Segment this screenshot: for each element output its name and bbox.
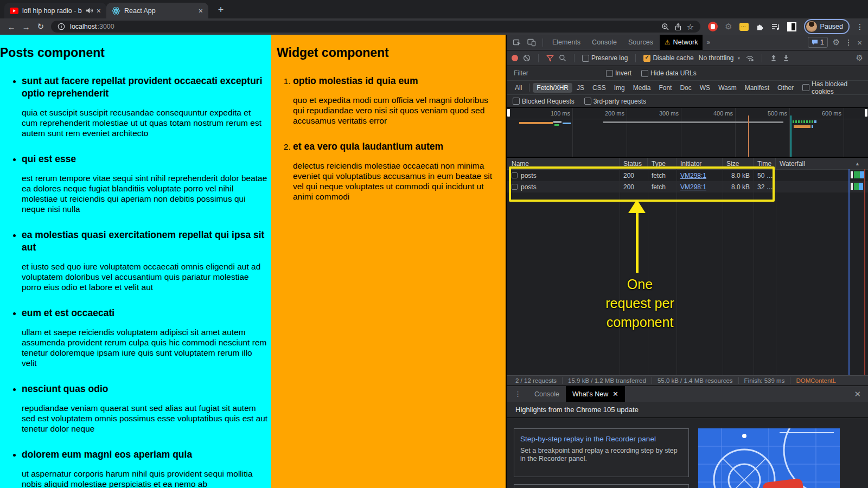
tab-sources[interactable]: Sources: [623, 35, 658, 50]
gray-extension-icon[interactable]: ⚙: [725, 22, 732, 31]
drawer-tab-whats-new[interactable]: What's New✕: [566, 386, 625, 402]
whats-new-content: Step-by-step replay in the Recorder pane…: [507, 418, 868, 488]
tab-audio-icon[interactable]: [86, 7, 93, 14]
new-tab-button[interactable]: +: [214, 3, 228, 17]
filter-input[interactable]: [513, 69, 596, 78]
browser-toolbar: ← → ↻ localhost:3000 ☆ ⚙ ⋯ Paused ⋮: [0, 18, 868, 35]
filter-type-doc[interactable]: Doc: [676, 83, 695, 93]
tab-console[interactable]: Console: [587, 35, 622, 50]
overview-left-handle[interactable]: [507, 109, 510, 117]
checkbox-unchecked[interactable]: [582, 55, 589, 62]
url-bar[interactable]: localhost:3000 ☆: [51, 21, 700, 33]
issues-badge[interactable]: 1: [808, 37, 828, 48]
adblock-extension-icon[interactable]: [708, 22, 718, 31]
checkbox-unchecked[interactable]: [606, 70, 613, 77]
settings-gear-icon[interactable]: ⚙: [833, 37, 840, 47]
devtools-close-icon[interactable]: ×: [857, 38, 862, 47]
overview-request-bar: [603, 121, 783, 123]
forward-button[interactable]: →: [19, 22, 34, 31]
filter-type-img[interactable]: Img: [610, 83, 629, 93]
load-event-line: [790, 115, 792, 157]
widget-body: delectus reiciendis molestiae occaecati …: [293, 160, 501, 202]
filter-type-fetch-xhr[interactable]: Fetch/XHR: [533, 83, 572, 93]
filter-type-manifest[interactable]: Manifest: [741, 83, 773, 93]
overview-request-bar: [519, 122, 553, 124]
network-settings-gear-icon[interactable]: ⚙: [856, 53, 863, 63]
profile-chip[interactable]: Paused: [804, 19, 850, 34]
tab-network[interactable]: ⚠Network: [660, 35, 703, 50]
timeline-tick: 300 ms: [643, 110, 679, 117]
record-icon[interactable]: [512, 55, 518, 61]
blocked-requests-checkbox[interactable]: Blocked Requests: [513, 98, 575, 105]
has-blocked-cookies-checkbox[interactable]: Has blocked cookies: [802, 80, 864, 95]
site-info-icon[interactable]: [58, 23, 65, 30]
close-icon[interactable]: ✕: [612, 390, 618, 398]
devtools-menu-icon[interactable]: ⋮: [845, 38, 852, 47]
filter-funnel-icon[interactable]: [546, 55, 554, 62]
zoom-icon[interactable]: [661, 23, 669, 31]
device-toolbar-icon[interactable]: [525, 36, 538, 48]
search-icon[interactable]: [559, 54, 566, 62]
invert-checkbox[interactable]: Invert: [606, 69, 631, 77]
browser-tab-react-app[interactable]: React App ×: [106, 3, 208, 18]
preserve-log-checkbox[interactable]: Preserve log: [582, 54, 628, 62]
contrast-extension-icon[interactable]: [787, 22, 796, 31]
clear-icon[interactable]: [523, 54, 531, 62]
playlist-extension-icon[interactable]: [771, 23, 780, 31]
inspect-element-icon[interactable]: [510, 36, 524, 48]
gridline: [627, 108, 627, 157]
col-waterfall[interactable]: Waterfall▲: [776, 158, 868, 169]
extensions-puzzle-icon[interactable]: [756, 22, 764, 31]
network-overview-timeline[interactable]: 100 ms 200 ms 300 ms 400 ms 500 ms 600 m…: [507, 108, 868, 158]
third-party-requests-checkbox[interactable]: 3rd-party requests: [584, 98, 646, 105]
filter-type-all[interactable]: All: [511, 83, 526, 93]
filter-type-js[interactable]: JS: [573, 83, 588, 93]
whats-new-header: Highlights from the Chrome 105 update: [507, 402, 868, 418]
whats-new-card[interactable]: [514, 484, 689, 488]
drawer-close-icon[interactable]: ✕: [854, 389, 868, 399]
post-title: eum et est occaecati: [22, 307, 268, 319]
drawer-menu-icon[interactable]: ⋮: [507, 390, 528, 398]
checkbox-unchecked[interactable]: [802, 84, 809, 91]
content-row: Posts component sunt aut facere repellat…: [0, 35, 868, 488]
more-tabs-icon[interactable]: »: [706, 38, 710, 46]
filter-type-css[interactable]: CSS: [589, 83, 610, 93]
annotation-highlight-box: [509, 166, 775, 202]
back-button[interactable]: ←: [4, 22, 19, 31]
filter-type-wasm[interactable]: Wasm: [714, 83, 741, 93]
checkbox-unchecked[interactable]: [584, 98, 591, 105]
tab-close-icon[interactable]: ×: [199, 7, 203, 15]
hide-data-urls-checkbox[interactable]: Hide data URLs: [641, 69, 697, 77]
tab-close-icon[interactable]: ×: [97, 7, 101, 15]
throttling-dropdown[interactable]: No throttling▼: [699, 54, 741, 62]
react-app-page: Posts component sunt aut facere repellat…: [0, 35, 506, 488]
whats-new-thumbnail[interactable]: [698, 428, 840, 488]
import-har-icon[interactable]: [770, 54, 777, 62]
checkbox-unchecked[interactable]: [513, 98, 520, 105]
filter-type-other[interactable]: Other: [774, 83, 797, 93]
url-host: localhost: [70, 23, 97, 30]
filter-type-ws[interactable]: WS: [696, 83, 714, 93]
yellow-extension-icon[interactable]: ⋯: [739, 23, 749, 31]
filter-type-media[interactable]: Media: [629, 83, 655, 93]
checkbox-checked[interactable]: [643, 55, 650, 62]
tab-elements[interactable]: Elements: [547, 35, 585, 50]
extensions-cluster: ⚙ ⋯: [708, 22, 796, 31]
whats-new-card[interactable]: Step-by-step replay in the Recorder pane…: [514, 428, 689, 477]
message-icon: [812, 39, 818, 46]
overview-right-handle[interactable]: [865, 109, 867, 117]
bookmark-star-icon[interactable]: ☆: [687, 23, 694, 31]
whats-new-card-link[interactable]: Step-by-step replay in the Recorder pane…: [520, 433, 682, 445]
checkbox-unchecked[interactable]: [641, 70, 648, 77]
browser-menu-icon[interactable]: ⋮: [856, 22, 864, 31]
browser-tab-youtube[interactable]: lofi hip hop radio - beats to ×: [4, 3, 106, 18]
widget-item: et ea vero quia laudantium autemdelectus…: [293, 140, 501, 202]
disable-cache-checkbox[interactable]: Disable cache: [643, 54, 693, 62]
drawer-tab-console[interactable]: Console: [528, 386, 566, 402]
export-har-icon[interactable]: [782, 54, 790, 62]
share-icon[interactable]: [674, 23, 682, 31]
network-conditions-icon[interactable]: [745, 54, 754, 62]
reload-button[interactable]: ↻: [33, 22, 48, 31]
post-body: est rerum tempore vitae sequi sint nihil…: [22, 173, 268, 214]
filter-type-font[interactable]: Font: [655, 83, 675, 93]
